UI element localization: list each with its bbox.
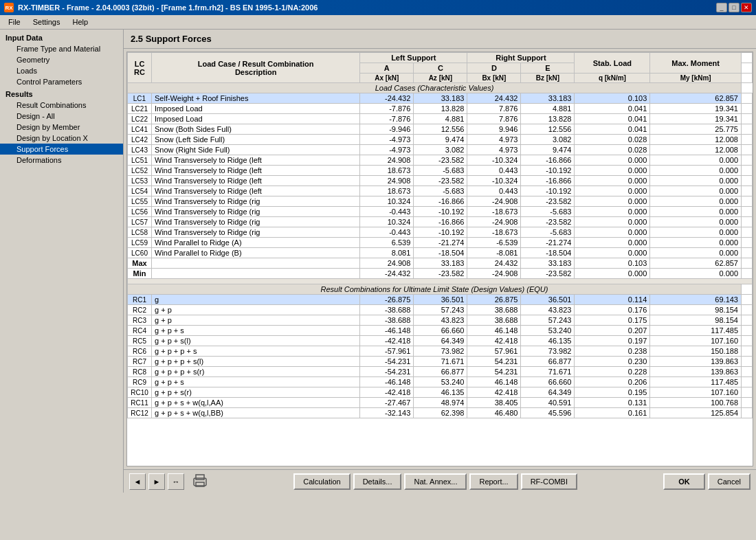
- table-container[interactable]: LCRC Load Case / Result CombinationDescr…: [126, 52, 753, 466]
- fit-button[interactable]: ↔: [168, 473, 184, 490]
- sidebar-item-design-location[interactable]: Design by Location X: [0, 133, 123, 144]
- toolbar-left: ◄ ► ↔: [129, 473, 208, 490]
- rc-row: RC8 g + p + p + s(r) -54.231 66.877 54.2…: [128, 367, 753, 377]
- bx-unit-header: Bx [kN]: [467, 74, 521, 83]
- toolbar-right: OK Cancel: [663, 473, 751, 490]
- content-area: 2.5 Support Forces LCRC Load Case / Resu…: [124, 30, 756, 493]
- sidebar: Input Data Frame Type and Material Geome…: [0, 30, 124, 493]
- az-header: C: [414, 63, 467, 74]
- support-forces-table: LCRC Load Case / Result CombinationDescr…: [127, 52, 753, 418]
- ax-header: A: [360, 63, 414, 74]
- max-moment-header: Max. Moment: [650, 53, 742, 74]
- lc-rc-header: LCRC: [128, 53, 152, 83]
- lc-row: LC21 Imposed Load -7.876 13.828 7.876 4.…: [128, 104, 753, 114]
- cancel-button[interactable]: Cancel: [708, 473, 751, 490]
- toolbar-center: Calculation Details... Nat. Annex... Rep…: [293, 473, 577, 490]
- app-icon: RX: [4, 3, 14, 12]
- sidebar-item-loads[interactable]: Loads: [0, 65, 123, 76]
- details-button[interactable]: Details...: [353, 473, 402, 490]
- menu-file[interactable]: File: [3, 16, 26, 27]
- calculation-button[interactable]: Calculation: [293, 473, 350, 490]
- bottom-toolbar: ◄ ► ↔ Calculation Details... Nat. Annex.…: [124, 469, 756, 493]
- rf-combi-button[interactable]: RF-COMBI: [521, 473, 577, 490]
- min-row: Min -24.432 -23.582 -24.908 -23.582 0.00…: [128, 269, 753, 279]
- sidebar-results-title: Results: [0, 89, 123, 100]
- right-support-header: Right Support: [467, 53, 575, 63]
- sidebar-item-design-member[interactable]: Design by Member: [0, 122, 123, 133]
- content-title: 2.5 Support Forces: [124, 30, 756, 49]
- lc-row: LC41 Snow (Both Sides Full) -9.946 12.55…: [128, 124, 753, 135]
- az-unit-header: Az [kN]: [414, 74, 467, 83]
- stab-load-header: Stab. Load: [575, 53, 650, 74]
- lc-row: LC51 Wind Transversely to Ridge (left 24…: [128, 155, 753, 166]
- q-unit-header: q [kN/m]: [575, 74, 650, 83]
- sidebar-item-frame-type[interactable]: Frame Type and Material: [0, 43, 123, 54]
- lc-row: LC55 Wind Transversely to Ridge (rig 10.…: [128, 196, 753, 207]
- desc-header: Load Case / Result CombinationDescriptio…: [152, 53, 360, 83]
- sidebar-results-section: Results Result Combinations Design - All…: [0, 89, 123, 166]
- sidebar-input-section: Input Data Frame Type and Material Geome…: [0, 32, 123, 87]
- menu-settings[interactable]: Settings: [27, 16, 66, 27]
- prev-button[interactable]: ◄: [129, 473, 146, 490]
- menu-bar: File Settings Help: [0, 15, 756, 30]
- lc-row: LC54 Wind Transversely to Ridge (left 18…: [128, 186, 753, 196]
- lc-row: LC57 Wind Transversely to Ridge (rig 10.…: [128, 217, 753, 227]
- close-button[interactable]: ✕: [741, 3, 752, 12]
- rc-row: RC10 g + p + s(r) -42.418 46.135 42.418 …: [128, 387, 753, 398]
- rc-row: RC3 g + p -38.688 43.823 38.688 57.243 0…: [128, 315, 753, 326]
- bz-unit-header: Bz [kN]: [521, 74, 575, 83]
- print-icon: [192, 473, 208, 488]
- rc-row: RC12 g + p + s + w(q,l,BB) -32.143 62.39…: [128, 408, 753, 418]
- maximize-button[interactable]: □: [729, 3, 740, 12]
- nat-annex-button[interactable]: Nat. Annex...: [404, 473, 467, 490]
- bx-header: D: [467, 63, 521, 74]
- menu-help[interactable]: Help: [67, 16, 93, 27]
- rc-row: RC9 g + p + s -46.148 53.240 46.148 66.6…: [128, 377, 753, 387]
- ax-unit-header: Ax [kN]: [360, 74, 414, 83]
- max-row: Max 24.908 33.183 24.432 33.183 0.103 62…: [128, 258, 753, 269]
- lc-row: LC1 Self-Weight + Roof Finishes -24.432 …: [128, 93, 753, 104]
- lc-row: LC42 Snow (Left Side Full) -4.973 9.474 …: [128, 135, 753, 145]
- rc-row: RC7 g + p + p + s(l) -54.231 71.671 54.2…: [128, 357, 753, 367]
- minimize-button[interactable]: _: [716, 3, 727, 12]
- title-bar: RX RX-TIMBER - Frame - 2.04.0003 (32bit)…: [0, 0, 756, 15]
- window-title: RX-TIMBER - Frame - 2.04.0003 (32bit) - …: [18, 3, 318, 12]
- lc-row: LC60 Wind Parallel to Ridge (B) 8.081 -1…: [128, 248, 753, 258]
- my-unit-header: My [kNm]: [650, 74, 742, 83]
- sidebar-item-control-params[interactable]: Control Parameters: [0, 76, 123, 87]
- rc-row: RC5 g + p + s(l) -42.418 64.349 42.418 4…: [128, 336, 753, 346]
- sidebar-item-support-forces[interactable]: Support Forces: [0, 144, 123, 155]
- lc-row: LC59 Wind Parallel to Ridge (A) 6.539 -2…: [128, 238, 753, 248]
- rc-row: RC1 g -26.875 36.501 26.875 36.501 0.114…: [128, 295, 753, 305]
- svg-rect-1: [196, 475, 204, 480]
- rc-row: RC6 g + p + p + s -57.961 73.982 57.961 …: [128, 346, 753, 357]
- left-support-header: Left Support: [360, 53, 467, 63]
- lc-row: LC53 Wind Transversely to Ridge (left 24…: [128, 176, 753, 186]
- next-button[interactable]: ►: [148, 473, 165, 490]
- rc-row: RC11 g + p + s + w(q,l,AA) -27.467 48.97…: [128, 398, 753, 408]
- lc-row: LC43 Snow (Right Side Full) -4.973 3.082…: [128, 145, 753, 155]
- lc-row: LC56 Wind Transversely to Ridge (rig -0.…: [128, 207, 753, 217]
- lc-row: LC52 Wind Transversely to Ridge (left 18…: [128, 166, 753, 176]
- report-button[interactable]: Report...: [469, 473, 518, 490]
- sidebar-item-geometry[interactable]: Geometry: [0, 54, 123, 65]
- sidebar-input-title: Input Data: [0, 32, 123, 43]
- lc-row: LC58 Wind Transversely to Ridge (rig -0.…: [128, 227, 753, 238]
- lc-row: LC22 Imposed Load -7.876 4.881 7.876 13.…: [128, 114, 753, 124]
- sidebar-item-design-all[interactable]: Design - All: [0, 111, 123, 122]
- rc-row: RC2 g + p -38.688 57.243 38.688 43.823 0…: [128, 305, 753, 315]
- rc-row: RC4 g + p + s -46.148 66.660 46.148 53.2…: [128, 326, 753, 336]
- bz-header: E: [521, 63, 575, 74]
- sidebar-item-result-combinations[interactable]: Result Combinations: [0, 100, 123, 111]
- ok-button[interactable]: OK: [663, 473, 705, 490]
- main-layout: Input Data Frame Type and Material Geome…: [0, 30, 756, 493]
- sidebar-item-deformations[interactable]: Deformations: [0, 155, 123, 166]
